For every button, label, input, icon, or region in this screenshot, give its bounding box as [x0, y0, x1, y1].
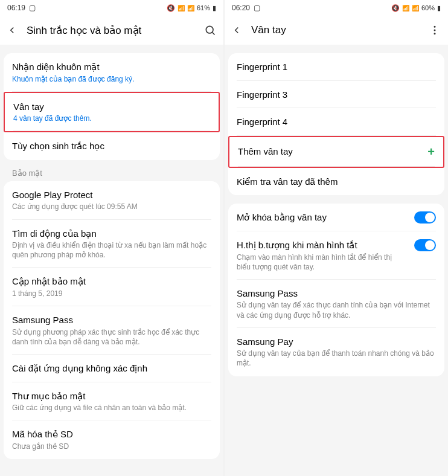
item-title: Thư mục bảo mật — [12, 390, 211, 402]
item-subtitle: Sử dụng vân tay để xác thực danh tính củ… — [237, 300, 436, 320]
setting-item[interactable]: Samsung PaySử dụng vân tay của bạn để th… — [228, 328, 444, 376]
status-bar: 06:20 ▢ 🔇 📶 📶 60% ▮ — [225, 0, 448, 16]
security-item[interactable]: Thư mục bảo mậtGiữ các ứng dụng và file … — [4, 382, 220, 421]
battery-text: 61% — [197, 4, 210, 11]
svg-point-4 — [434, 33, 436, 34]
battery-text: 60% — [421, 4, 435, 11]
item-subtitle: Sử dụng phương pháp xác thực sinh trắc h… — [12, 327, 211, 347]
header: Vân tay — [225, 16, 448, 45]
item-title: Google Play Protect — [12, 189, 211, 201]
svg-point-2 — [434, 26, 436, 28]
mute-icon: 🔇 — [391, 4, 400, 12]
item-subtitle: Sử dụng vân tay của bạn để thanh toán nh… — [237, 349, 436, 368]
security-item[interactable]: Samsung PassSử dụng phương pháp xác thực… — [4, 306, 220, 355]
add-fingerprint[interactable]: Thêm vân tay+ — [228, 136, 444, 168]
item-subtitle: Các ứng dụng được quét lúc 09:55 AM — [12, 202, 211, 211]
content: Fingerprint 1Fingerprint 3Fingerprint 4T… — [225, 45, 448, 476]
setting-item[interactable]: Samsung PassSử dụng vân tay để xác thực … — [228, 280, 444, 328]
image-icon: ▢ — [29, 4, 36, 12]
header-title: Sinh trắc học và bảo mật — [27, 24, 194, 37]
item-subtitle: 1 tháng 5, 2019 — [12, 289, 211, 298]
item-title: Samsung Pass — [237, 288, 436, 300]
left-screen: 06:19 ▢ 🔇 📶 📶 61% ▮ Sinh trắc học và bảo… — [0, 0, 223, 476]
svg-line-1 — [213, 33, 215, 35]
item-title: H.thị b.tượng khi màn hình tắt — [237, 239, 407, 251]
item-subtitle: Định vị và điều khiển điện thoại từ xa n… — [12, 240, 211, 260]
item-title: Cài đặt ứng dụng không xác định — [12, 362, 211, 375]
fingerprints-card: Fingerprint 1Fingerprint 3Fingerprint 4T… — [228, 53, 444, 195]
setting-item[interactable]: Mở khóa bằng vân tay — [228, 204, 444, 231]
biometric-item[interactable]: Tùy chọn sinh trắc học — [4, 132, 220, 160]
security-item[interactable]: Cài đặt ứng dụng không xác định — [4, 355, 220, 382]
item-subtitle: Khuôn mặt của bạn đã được đăng ký. — [12, 74, 211, 84]
back-button[interactable] — [6, 24, 18, 36]
toggle-switch[interactable] — [414, 239, 436, 251]
header-title: Vân tay — [251, 24, 419, 36]
fingerprint-item[interactable]: Fingerprint 3 — [228, 81, 444, 109]
item-title: Mở khóa bằng vân tay — [237, 211, 407, 224]
item-subtitle: 4 vân tay đã được thêm. — [13, 114, 210, 123]
item-subtitle: Chạm vào màn hình khi màn hình tắt để hi… — [237, 252, 407, 272]
item-subtitle: Giữ các ứng dụng và file cá nhân an toàn… — [12, 403, 211, 413]
signal-icon: 📶 — [412, 5, 419, 11]
toggle-switch[interactable] — [414, 211, 436, 224]
content: Nhận diện khuôn mặtKhuôn mặt của bạn đã … — [0, 45, 223, 476]
item-title: Samsung Pay — [237, 336, 436, 348]
security-item[interactable]: Tìm di động của bạnĐịnh vị và điều khiển… — [4, 220, 220, 268]
wifi-icon: 📶 — [402, 5, 409, 11]
biometrics-card: Nhận diện khuôn mặtKhuôn mặt của bạn đã … — [4, 53, 220, 160]
status-time: 06:19 — [7, 4, 25, 12]
section-label: Bảo mật — [4, 160, 220, 180]
battery-icon: ▮ — [437, 4, 441, 12]
security-card: Google Play ProtectCác ứng dụng được qué… — [4, 181, 220, 459]
header: Sinh trắc học và bảo mật — [0, 16, 223, 45]
security-item[interactable]: Cập nhật bảo mật1 tháng 5, 2019 — [4, 268, 220, 306]
setting-item[interactable]: H.thị b.tượng khi màn hình tắtChạm vào m… — [228, 231, 444, 280]
item-title: Fingerprint 4 — [237, 116, 436, 128]
image-icon: ▢ — [254, 4, 260, 12]
biometric-item[interactable]: Nhận diện khuôn mặtKhuôn mặt của bạn đã … — [4, 53, 220, 92]
fingerprint-item[interactable]: Fingerprint 4 — [228, 108, 444, 136]
item-subtitle: Chưa gắn thẻ SD — [12, 442, 211, 451]
wifi-icon: 📶 — [178, 5, 185, 11]
item-title: Samsung Pass — [12, 314, 211, 326]
item-title: Cập nhật bảo mật — [12, 275, 211, 288]
item-title: Vân tay — [13, 101, 210, 113]
right-screen: 06:20 ▢ 🔇 📶 📶 60% ▮ Vân tay Fingerprint … — [225, 0, 448, 476]
biometric-item[interactable]: Vân tay4 vân tay đã được thêm. — [4, 92, 220, 133]
fingerprint-item[interactable]: Fingerprint 1 — [228, 53, 444, 81]
mute-icon: 🔇 — [167, 4, 175, 12]
item-title: Mã hóa thẻ SD — [12, 428, 211, 440]
check-fingerprint[interactable]: Kiểm tra vân tay đã thêm — [228, 168, 444, 196]
battery-icon: ▮ — [213, 4, 216, 12]
item-title: Fingerprint 3 — [237, 89, 436, 101]
svg-point-3 — [434, 30, 436, 31]
settings-card: Mở khóa bằng vân tayH.thị b.tượng khi mà… — [228, 204, 444, 376]
signal-icon: 📶 — [187, 5, 194, 11]
status-time: 06:20 — [232, 4, 250, 12]
more-button[interactable] — [427, 23, 442, 37]
status-bar: 06:19 ▢ 🔇 📶 📶 61% ▮ — [0, 0, 223, 16]
security-item[interactable]: Mã hóa thẻ SDChưa gắn thẻ SD — [4, 420, 220, 459]
search-button[interactable] — [203, 23, 217, 37]
security-item[interactable]: Google Play ProtectCác ứng dụng được qué… — [4, 181, 220, 220]
item-title: Thêm vân tay — [238, 146, 293, 158]
item-title: Fingerprint 1 — [237, 61, 436, 73]
svg-point-0 — [206, 26, 213, 33]
plus-icon: + — [427, 145, 435, 159]
item-title: Kiểm tra vân tay đã thêm — [237, 176, 436, 188]
back-button[interactable] — [231, 24, 243, 36]
item-title: Nhận diện khuôn mặt — [12, 61, 211, 73]
item-title: Tìm di động của bạn — [12, 228, 211, 240]
item-title: Tùy chọn sinh trắc học — [12, 140, 211, 152]
